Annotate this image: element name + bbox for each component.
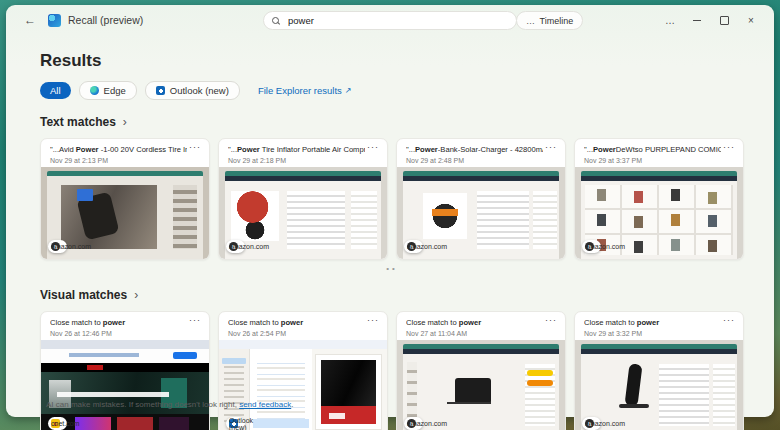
visual-match-card[interactable]: Close match to power Nov 26 at 2:54 PM ·… bbox=[218, 311, 388, 430]
more-menu-button[interactable]: … bbox=[665, 15, 675, 25]
card-timestamp: Nov 29 at 2:13 PM bbox=[50, 157, 187, 164]
source-badge: amazon.com bbox=[404, 417, 423, 430]
thumbnail: amazon.com bbox=[575, 167, 743, 260]
text-match-card[interactable]: "...Avid Power -1-00 20V Cordless Tire I… bbox=[40, 138, 210, 260]
card-more-button[interactable]: ··· bbox=[545, 316, 557, 325]
source-label: cnet.com bbox=[51, 420, 79, 427]
text-match-card[interactable]: "...Power-Bank-Solar-Charger - 42800mAh … bbox=[396, 138, 566, 260]
filter-edge-label: Edge bbox=[104, 85, 126, 96]
visual-matches-header[interactable]: Visual matches › bbox=[40, 288, 744, 302]
text-matches-row: "...Avid Power -1-00 20V Cordless Tire I… bbox=[40, 138, 744, 260]
timeline-icon: … bbox=[526, 16, 536, 26]
search-input[interactable] bbox=[286, 14, 508, 27]
filter-outlook[interactable]: Outlook (new) bbox=[145, 81, 240, 100]
source-badge: cnet.com bbox=[48, 417, 67, 430]
card-more-button[interactable]: ··· bbox=[367, 143, 379, 152]
source-label: amazon.com bbox=[229, 243, 269, 250]
close-button[interactable]: × bbox=[746, 15, 756, 25]
card-title: "...Power Tire Inflator Portable Air Com… bbox=[228, 145, 365, 154]
visual-match-card[interactable]: Close match to power Nov 29 at 3:32 PM ·… bbox=[574, 311, 744, 430]
text-matches-title: Text matches bbox=[40, 115, 116, 129]
search-box[interactable] bbox=[263, 11, 517, 30]
card-timestamp: Nov 26 at 2:54 PM bbox=[228, 330, 365, 337]
thumbnail: amazon.com bbox=[575, 340, 743, 430]
back-button[interactable]: ← bbox=[24, 13, 36, 27]
app-title: Recall (preview) bbox=[68, 14, 143, 26]
card-timestamp: Nov 29 at 3:32 PM bbox=[584, 330, 721, 337]
source-badge: amazon.com bbox=[582, 417, 601, 430]
source-label: amazon.com bbox=[585, 420, 625, 427]
card-more-button[interactable]: ··· bbox=[367, 316, 379, 325]
card-more-button[interactable]: ··· bbox=[189, 316, 201, 325]
source-label: amazon.com bbox=[585, 243, 625, 250]
titlebar: ← Recall (preview) … Timeline … × bbox=[6, 5, 774, 35]
search-icon bbox=[272, 17, 280, 25]
source-badge: amazon.com bbox=[226, 240, 245, 253]
card-timestamp: Nov 29 at 2:18 PM bbox=[228, 157, 365, 164]
edge-icon bbox=[90, 86, 99, 95]
minimize-button[interactable] bbox=[692, 15, 702, 25]
disclaimer-text: AI can make mistakes. If something doesn… bbox=[46, 400, 239, 409]
text-matches-page-dots[interactable]: •• bbox=[40, 265, 744, 273]
card-timestamp: Nov 29 at 2:48 PM bbox=[406, 157, 543, 164]
send-feedback-link[interactable]: send feedback bbox=[239, 400, 291, 409]
filter-row: All Edge Outlook (new) File Explorer res… bbox=[40, 81, 744, 100]
card-title: Close match to power bbox=[228, 318, 365, 327]
card-more-button[interactable]: ··· bbox=[545, 143, 557, 152]
text-matches-header[interactable]: Text matches › bbox=[40, 115, 744, 129]
timeline-button[interactable]: … Timeline bbox=[516, 11, 583, 30]
source-badge: amazon.com bbox=[48, 240, 67, 253]
card-title: "...Power-Bank-Solar-Charger - 42800mAh … bbox=[406, 145, 543, 154]
card-title: "...Avid Power -1-00 20V Cordless Tire I… bbox=[50, 145, 187, 154]
recall-window: ← Recall (preview) … Timeline … × Result… bbox=[6, 5, 774, 417]
disclaimer-period: . bbox=[291, 400, 293, 409]
outlook-icon bbox=[156, 86, 165, 95]
visual-matches-title: Visual matches bbox=[40, 288, 127, 302]
source-badge: amazon.com bbox=[404, 240, 423, 253]
thumbnail: Outlook (new) bbox=[219, 340, 387, 430]
visual-matches-row: Close match to power Nov 26 at 12:46 PM … bbox=[40, 311, 744, 430]
thumbnail: amazon.com bbox=[397, 340, 565, 430]
page-title: Results bbox=[40, 51, 744, 71]
source-label: amazon.com bbox=[407, 243, 447, 250]
chevron-right-icon: › bbox=[134, 288, 138, 302]
thumbnail: amazon.com bbox=[397, 167, 565, 260]
card-timestamp: Nov 29 at 3:37 PM bbox=[584, 157, 721, 164]
timeline-label: Timeline bbox=[540, 16, 574, 26]
card-more-button[interactable]: ··· bbox=[189, 143, 201, 152]
window-controls: … × bbox=[665, 15, 760, 25]
file-explorer-link-label: File Explorer results bbox=[258, 85, 342, 96]
ai-disclaimer: AI can make mistakes. If something doesn… bbox=[46, 400, 293, 409]
maximize-button[interactable] bbox=[719, 15, 729, 25]
card-more-button[interactable]: ··· bbox=[723, 143, 735, 152]
source-badge: Outlook (new) bbox=[226, 417, 245, 430]
file-explorer-results-link[interactable]: File Explorer results ↗ bbox=[258, 85, 352, 96]
card-title: Close match to power bbox=[50, 318, 187, 327]
source-label: amazon.com bbox=[407, 420, 447, 427]
thumbnail: cnet.com bbox=[41, 340, 209, 430]
card-timestamp: Nov 27 at 11:04 AM bbox=[406, 330, 543, 337]
visual-match-card[interactable]: Close match to power Nov 27 at 11:04 AM … bbox=[396, 311, 566, 430]
text-match-card[interactable]: "...Power Tire Inflator Portable Air Com… bbox=[218, 138, 388, 260]
thumbnail: amazon.com bbox=[219, 167, 387, 260]
filter-edge[interactable]: Edge bbox=[79, 81, 137, 100]
card-more-button[interactable]: ··· bbox=[723, 316, 735, 325]
filter-outlook-label: Outlook (new) bbox=[170, 85, 229, 96]
card-title: "...PowerDeWtso PURPLEPAND COMICA OMICA … bbox=[584, 145, 721, 154]
source-label: Outlook (new) bbox=[229, 417, 253, 430]
thumbnail: amazon.com bbox=[41, 167, 209, 260]
card-title: Close match to power bbox=[584, 318, 721, 327]
card-timestamp: Nov 26 at 12:46 PM bbox=[50, 330, 187, 337]
source-badge: amazon.com bbox=[582, 240, 601, 253]
visual-match-card[interactable]: Close match to power Nov 26 at 12:46 PM … bbox=[40, 311, 210, 430]
recall-app-icon bbox=[48, 14, 61, 27]
filter-all[interactable]: All bbox=[40, 82, 71, 99]
source-label: amazon.com bbox=[51, 243, 91, 250]
text-match-card[interactable]: "...PowerDeWtso PURPLEPAND COMICA OMICA … bbox=[574, 138, 744, 260]
external-link-icon: ↗ bbox=[345, 86, 352, 95]
card-title: Close match to power bbox=[406, 318, 543, 327]
chevron-right-icon: › bbox=[123, 115, 127, 129]
